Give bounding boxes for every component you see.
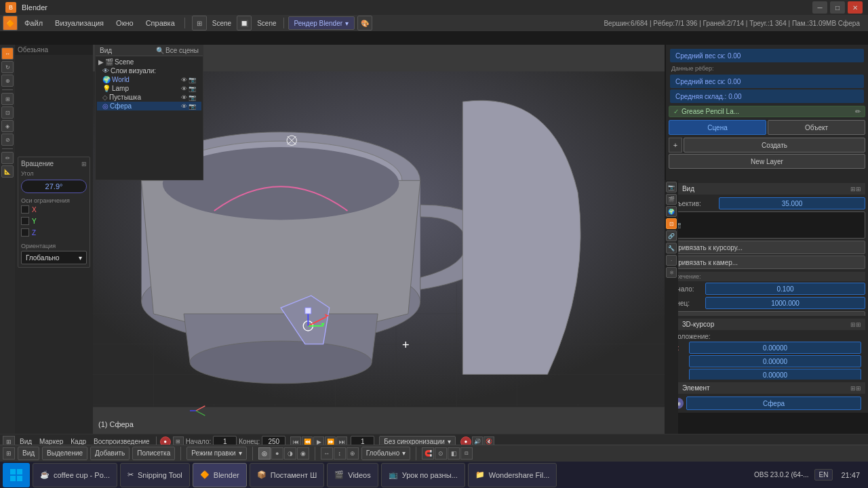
angle-value[interactable]: 27.9° [21,180,87,193]
proportional-btn[interactable]: ⊙ [435,447,447,460]
renderer-selector[interactable]: Рендер Blender ▾ [288,16,355,30]
props-icon-render[interactable]: 📷 [666,182,677,192]
axis-z-checkbox[interactable] [21,228,29,237]
start-button[interactable] [3,463,30,487]
outliner-search-btn[interactable]: 🔍 [156,47,164,54]
occlude-btn[interactable]: ⧈ [460,447,473,460]
props-icon-particles[interactable]: · [666,255,677,266]
axis-y-checkbox[interactable] [21,217,29,225]
menu-file[interactable]: Файл [19,18,48,28]
create-btn[interactable]: Создать [684,138,865,152]
axis-x-row: X [21,205,87,214]
close-button[interactable]: ✕ [848,1,863,14]
outliner-lamp-item[interactable]: 💡 Lamp 👁 📷 [97,84,201,93]
transform-btn-3[interactable]: ⊕ [347,447,359,460]
left-properties-panel: Обезьяна Инструменты Вращение ⊞ Угол 27.… [15,45,93,434]
cursor-y-row: Y: 0.00000 [669,355,865,367]
taskbar-item-3[interactable]: 🔶 Blender [193,463,247,487]
outliner-sphere-item[interactable]: ◎ Сфера 👁 📷 [97,102,201,110]
avg-weight-sk-1[interactable]: Средний вес ск: 0.00 [670,49,864,62]
sphere-name[interactable]: Сфера [686,396,861,410]
object-tab[interactable]: Объект [768,120,865,135]
props-icon-modifier[interactable]: 🔧 [666,243,677,253]
attach-camera-btn[interactable]: Привязать к камер... [669,256,865,269]
tool-bevel[interactable]: ◈ [1,120,14,132]
rendered-btn[interactable]: ◉ [297,447,309,460]
menu-window[interactable]: Окно [111,18,139,28]
scene-tab[interactable]: Сцена [669,120,766,135]
view-menu-btn[interactable]: Вид [18,447,39,460]
tool-inset[interactable]: ⊡ [1,106,14,119]
cursor-section-header[interactable]: ▼ 3D-курсор ⊞⊞ [669,319,865,330]
end-value[interactable]: 1000.000 [705,297,865,309]
props-icon-constraint[interactable]: 🔗 [666,230,677,241]
data-edges-label: Данные рёбер: [669,64,865,73]
cursor-x-value[interactable]: 0.00000 [689,342,861,354]
outliner-empty-item[interactable]: ◇ Пустышка 👁 📷 [97,93,201,102]
props-icons-column: 📷 🎬 🌍 ⊡ 🔗 🔧 · ⚛ [665,180,678,434]
props-icon-physics[interactable]: ⚛ [666,267,677,278]
maximize-button[interactable]: □ [830,1,845,14]
axis-x-checkbox[interactable] [21,205,29,214]
editor-type-btn[interactable]: ⊞ [3,447,15,460]
view-section-header[interactable]: ▼ Вид ⊞⊞ [669,183,865,195]
grease-pencil-edit[interactable]: ✏ [855,108,861,115]
cursor-y-value[interactable]: 0.00000 [689,355,861,367]
attach-cursor-btn[interactable]: Привязать к курсору... [669,241,865,254]
start-value[interactable]: 0.100 [705,283,865,295]
tool-scale[interactable]: ⊕ [1,75,14,87]
objective-value[interactable]: 35.000 [719,197,865,209]
avg-weight-sk-2[interactable]: Средний вес ск: 0.00 [670,75,864,88]
solid-btn[interactable]: ● [271,447,283,460]
orientation-dropdown-bottom[interactable]: Глобально ▾ [361,447,411,460]
weight-controls: Средний вес ск: 0.00 Данные рёбер: Средн… [666,45,868,171]
tool-extrude[interactable]: ⊞ [1,93,14,105]
avg-fold[interactable]: Средняя склад.: 0.00 [670,89,864,103]
taskbar-item-5[interactable]: 🎬 Videos [327,463,378,487]
props-icon-world[interactable]: 🌍 [666,206,677,217]
svg-rect-73 [17,476,22,481]
rotation-panel: Вращение ⊞ Угол 27.9° Оси ограничения X … [18,157,90,268]
scene-icon[interactable]: 🔲 [237,16,252,30]
taskbar-icon-2: ✂ [127,470,134,479]
tool-loop[interactable]: ⊘ [1,134,14,146]
menu-visualization[interactable]: Визуализация [50,18,109,28]
tool-rotate[interactable]: ↻ [1,61,14,73]
menu-help[interactable]: Справка [140,18,180,28]
new-layer-btn[interactable]: New Layer [669,154,865,169]
props-icon-scene[interactable]: 🎬 [666,194,677,205]
taskbar-item-1[interactable]: ☕ coffee cup - Po... [33,463,117,487]
taskbar-item-4[interactable]: 📦 Постамент Ш [250,463,325,487]
outliner-scene-item[interactable]: ▶ 🎬 Scene [97,58,201,66]
wireframe-btn[interactable]: ◎ [258,447,271,460]
render-icon[interactable]: 🎨 [357,16,372,30]
snap-btn[interactable]: 🧲 [422,447,434,460]
start-row: Начало: 0.100 [669,283,865,295]
orientation-dropdown[interactable]: Глобально ▾ [21,251,87,264]
element-section-header[interactable]: ▼ Элемент ⊞⊞ [669,382,865,394]
props-icon-object-active[interactable]: ⊡ [666,218,677,229]
minimize-button[interactable]: ─ [812,1,827,14]
tool-measure[interactable]: 📐 [1,165,14,178]
tool-annotate[interactable]: ✏ [1,152,14,164]
selection-menu-btn[interactable]: Выделение [42,447,87,460]
axes-list: X Y Z [21,205,87,239]
outliner-visual-layers[interactable]: 👁 Слои визуали: [97,66,201,75]
mode-dropdown[interactable]: Режим правки ▾ [186,447,246,460]
taskbar-item-2[interactable]: ✂ Snipping Tool [120,463,190,487]
taskbar-item-6[interactable]: 📺 Урок по разны... [381,463,465,487]
mesh-icon[interactable]: ⊞ [192,16,207,30]
svg-line-33 [196,411,205,415]
add-menu-btn[interactable]: Добавить [90,447,130,460]
angle-label: Угол [21,170,87,177]
create-icon[interactable]: + [669,138,682,152]
mesh-menu-btn[interactable]: Полисетка [132,447,175,460]
tool-translate[interactable]: ↔ [1,47,14,60]
taskbar-item-7[interactable]: 📁 Wondershare Fil... [468,463,557,487]
material-btn[interactable]: ◑ [284,447,296,460]
mirror-btn[interactable]: ◧ [448,447,460,460]
rotation-section: Вращение ⊞ Угол 27.9° Оси ограничения X … [18,157,90,268]
transform-btn-1[interactable]: ↔ [321,447,333,460]
transform-btn-2[interactable]: ↕ [334,447,346,460]
outliner-world-item[interactable]: 🌍 World 👁 📷 [97,75,201,84]
